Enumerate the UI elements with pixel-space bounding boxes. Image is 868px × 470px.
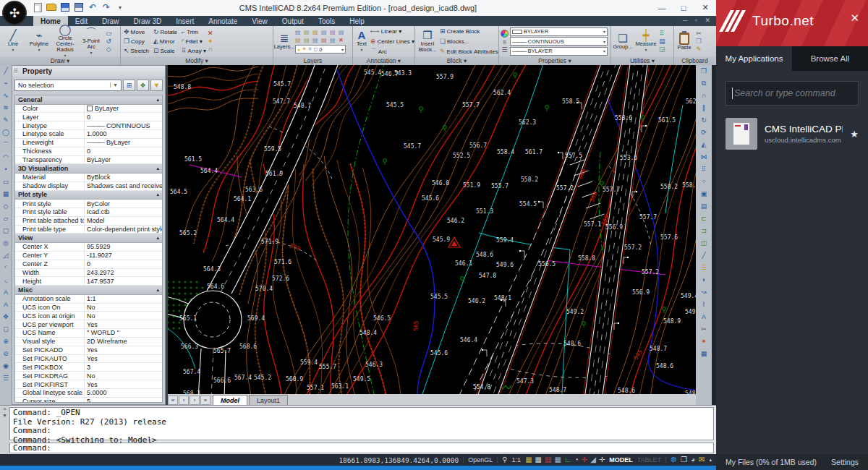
- trim-icon[interactable]: ✂: [701, 323, 707, 336]
- settings-link[interactable]: Settings: [831, 458, 859, 466]
- tablet-toggle[interactable]: TABLET: [637, 456, 661, 463]
- zoom-extents-icon[interactable]: ◉: [3, 360, 9, 372]
- join-icon[interactable]: ⊏: [701, 213, 707, 225]
- zoom-window-icon[interactable]: ◻: [3, 323, 8, 336]
- status-expand-icon[interactable]: ▴: [709, 455, 712, 465]
- mirror-icon[interactable]: ◭: [702, 139, 707, 151]
- spline-edit-icon[interactable]: ↝: [701, 286, 707, 299]
- mirror3d-icon[interactable]: ⋈: [701, 151, 707, 163]
- layer-tool-icon[interactable]: ▤: [295, 37, 303, 44]
- tab-layout1[interactable]: Layout1: [249, 395, 288, 405]
- menu-tab-output[interactable]: Output: [275, 16, 311, 26]
- layer-tool-icon[interactable]: ▤: [321, 37, 329, 44]
- redo-icon[interactable]: ↷: [101, 1, 112, 13]
- line-icon[interactable]: ╱: [4, 65, 7, 77]
- rectangle-icon[interactable]: ▭: [3, 176, 9, 188]
- annotation-text-button[interactable]: AText▾: [353, 30, 370, 53]
- distribute-icon[interactable]: ▤: [701, 200, 707, 213]
- settings-grid-icon[interactable]: ▦: [701, 348, 707, 360]
- pan-icon[interactable]: ✥: [3, 311, 9, 323]
- layer-tool-icon[interactable]: ▤: [295, 29, 303, 36]
- property-section-misc[interactable]: Misc▴: [15, 286, 162, 295]
- align-icon[interactable]: ▣: [701, 188, 707, 200]
- property-row-lineweight[interactable]: Lineweight———ByLayer: [15, 139, 162, 148]
- draw-polyline-button[interactable]: ⌁Polyline▾: [26, 30, 52, 53]
- zoom-out-icon[interactable]: ⊖: [3, 348, 9, 360]
- layers-icon[interactable]: ☰: [701, 262, 707, 274]
- box-icon[interactable]: ▢: [3, 225, 9, 237]
- command-input[interactable]: Command:: [9, 443, 714, 453]
- utilities-group--button[interactable]: ❏Group...: [611, 33, 634, 50]
- mtext-icon[interactable]: A: [4, 299, 8, 311]
- grid-icon[interactable]: ▦: [535, 455, 542, 465]
- layer-states-icon[interactable]: ❐: [681, 455, 687, 465]
- wedge-icon[interactable]: ◿: [4, 249, 9, 262]
- maximize-button[interactable]: □: [673, 0, 694, 15]
- quick-select-button[interactable]: ⊞: [123, 80, 135, 91]
- layer-tool-icon[interactable]: ▤: [312, 29, 320, 36]
- modify-scale-button[interactable]: ⊡Scale: [153, 46, 177, 56]
- draw-line-button[interactable]: ╱Line▾: [0, 30, 26, 53]
- draw-circle-center-radius-button[interactable]: ◯Circle Center-Radius▾: [52, 24, 78, 59]
- model-space-toggle[interactable]: MODEL: [609, 456, 633, 463]
- break-icon[interactable]: ⊐: [701, 225, 707, 237]
- zoom-in-icon[interactable]: ⊕: [3, 336, 9, 348]
- sketch-icon[interactable]: ✎: [3, 114, 9, 127]
- annotation-scale-value[interactable]: 1:1: [512, 456, 522, 463]
- fillet-icon[interactable]: ◜: [4, 262, 7, 274]
- snap-icon[interactable]: ▦: [525, 455, 532, 465]
- esnap-icon[interactable]: ✛: [582, 455, 587, 465]
- array-polar-icon[interactable]: ⁘: [701, 176, 707, 188]
- pie-icon[interactable]: ◗: [702, 274, 705, 286]
- prev-tab-button[interactable]: ‹: [179, 396, 189, 405]
- new-icon[interactable]: [32, 1, 43, 13]
- lock-icon[interactable]: ∩: [208, 46, 213, 53]
- next-tab-button[interactable]: ›: [190, 396, 200, 405]
- rect-icon[interactable]: ▭: [106, 30, 112, 37]
- app-logo-icon[interactable]: ✣: [2, 1, 27, 25]
- draw-3-point-arc-button[interactable]: ⌒3-Point Arc▾: [78, 27, 104, 56]
- point-icon[interactable]: •: [4, 163, 7, 176]
- text-icon[interactable]: A: [4, 286, 8, 299]
- property-row-height[interactable]: Height147.9537: [15, 277, 162, 286]
- rotate3d-icon[interactable]: ⟳: [701, 127, 707, 139]
- property-palette-title[interactable]: Property: [12, 66, 165, 77]
- renderer-label[interactable]: OpenGL: [468, 456, 493, 463]
- layer-tool-icon[interactable]: ✕: [339, 37, 346, 44]
- menu-tab-draw[interactable]: Draw: [95, 16, 126, 26]
- menu-tab-insert[interactable]: Insert: [169, 16, 201, 26]
- chamfer-icon[interactable]: ◟: [4, 274, 7, 286]
- modify-rotate-button[interactable]: ↻Rotate: [153, 27, 177, 37]
- select-objects-button[interactable]: ❖: [137, 80, 149, 91]
- annotation-linear-button[interactable]: ⟷Linear ▾: [370, 27, 414, 36]
- property-row-print-table-attached-to[interactable]: Print table attached toModel: [15, 217, 162, 226]
- layer-dropdown[interactable]: ●☀❄◻0▾: [295, 45, 346, 54]
- model-viewport[interactable]: 543.3545.7548.8547.7548.7545.4546.7545.5…: [168, 65, 696, 394]
- layer-tool-icon[interactable]: ▤: [330, 29, 338, 36]
- ucs-icon[interactable]: ∟: [564, 455, 571, 465]
- color-dropdown[interactable]: BYLAYER▾: [510, 27, 608, 36]
- property-row-ucs-per-viewport[interactable]: UCS per viewportYes: [15, 320, 162, 329]
- property-row-material[interactable]: MaterialByBlock: [15, 174, 162, 182]
- menu-tab-view[interactable]: View: [244, 16, 275, 26]
- rotate-icon[interactable]: ↻: [701, 114, 707, 127]
- property-row-shadow-display[interactable]: Shadow displayShadows cast and received: [15, 182, 162, 191]
- block-blocks--button[interactable]: ❏Blocks...: [440, 37, 498, 46]
- group-icon[interactable]: ⧉: [702, 77, 706, 90]
- filter-button[interactable]: ▼: [150, 80, 163, 91]
- messages-icon[interactable]: ✉: [699, 455, 705, 465]
- mdi-controls[interactable]: ─ ▫ ✕: [683, 17, 713, 24]
- property-section-general[interactable]: General▴: [15, 95, 162, 105]
- layer-tool-icon[interactable]: ▤: [312, 37, 320, 44]
- explode-icon[interactable]: ✦: [208, 38, 213, 45]
- property-row-center-x[interactable]: Center X95.5929: [15, 243, 162, 252]
- matchprop-icon[interactable]: ✎: [696, 46, 702, 53]
- sketch-edit-icon[interactable]: ⌇: [702, 299, 705, 311]
- color-wheel-icon[interactable]: [501, 30, 509, 38]
- menu-tab-annotate[interactable]: Annotate: [201, 16, 244, 26]
- settings-gear-icon[interactable]: ⚙: [671, 455, 677, 465]
- property-row-linetype[interactable]: Linetype———CONTINUOUS: [15, 121, 162, 130]
- ortho-icon[interactable]: ▤: [545, 455, 551, 465]
- annotation-person-icon[interactable]: ⚲: [502, 455, 507, 465]
- modify-stretch-button[interactable]: ↖Stretch: [124, 46, 149, 56]
